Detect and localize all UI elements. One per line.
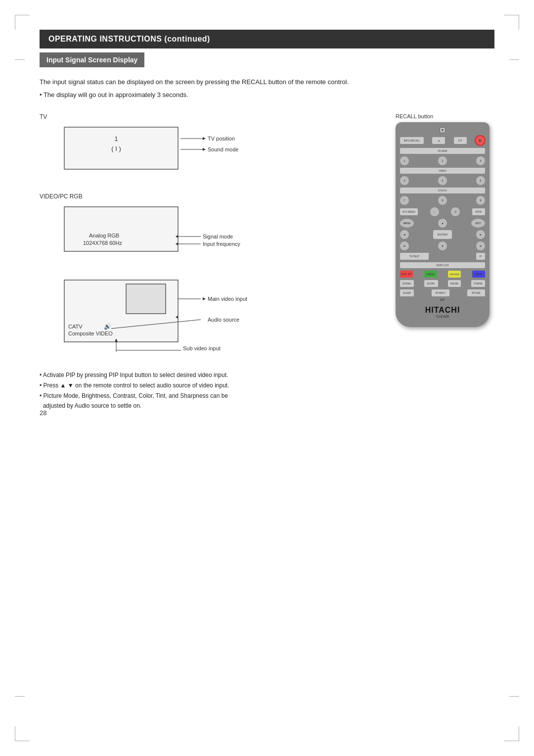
btn-4[interactable]: 4 (400, 176, 409, 186)
bullet-note-2: • Press ▲ ▼ on the remote control to sel… (40, 381, 381, 390)
svg-marker-24 (203, 297, 206, 300)
recall-button-physical[interactable]: ▼ (440, 127, 445, 133)
plus-right-btn[interactable]: ⊕ (476, 241, 486, 251)
corner-mark-br (504, 726, 519, 741)
video-btn[interactable]: VIDEO (400, 167, 486, 174)
side-mark-rb (509, 696, 519, 697)
brand-name: HITACHI (400, 306, 486, 315)
remote-row-nav-bot: ⊕ ▼ ⊕ (400, 241, 486, 251)
section-title-bar: Input Signal Screen Display (40, 52, 144, 67)
svg-marker-7 (203, 148, 206, 151)
remote-row-nav-top: MENU ▲ EXIT (400, 218, 486, 228)
btn-1[interactable]: 1 (400, 156, 409, 166)
right-section: RECALL button ▼ INFO RECALL ✕ 1/T ⏻ PC/A… (396, 113, 494, 327)
remote-row-7: 7 8 9 (400, 195, 486, 205)
svg-text:Main video input: Main video input (208, 296, 247, 302)
remote-row-sleep: SLEEP PP INPUT PP SIZE (400, 289, 486, 297)
btn-3[interactable]: 3 (476, 156, 486, 166)
pp-input-btn[interactable]: PP INPUT (431, 289, 450, 297)
minus-btn[interactable]: − (430, 207, 440, 217)
pp-label: PP (400, 298, 486, 302)
vpc-diagram-svg: Analog RGB 1024X768 60Hz Signal mode Inp… (40, 202, 277, 259)
zoom-plus-btn[interactable]: ZOOM+ (400, 280, 414, 287)
svg-text:CATV: CATV (68, 324, 83, 330)
right-btn[interactable]: ► (476, 230, 486, 239)
side-mark-rt (509, 59, 519, 60)
svg-text:Composite VIDEO: Composite VIDEO (68, 331, 113, 336)
remote-row-2: PC/ADB (400, 147, 486, 154)
svg-text:Sub video input: Sub video input (183, 345, 221, 351)
plus-left-btn[interactable]: ⊕ (400, 241, 409, 251)
remote-row-5: 4 5 6 (400, 176, 486, 186)
down-btn[interactable]: ▼ (438, 241, 447, 251)
p-btn[interactable]: P (476, 252, 486, 260)
side-mark-lt (15, 59, 25, 60)
remote-row-3: 1 2 3 (400, 156, 486, 166)
power-btn[interactable]: ⏻ (475, 135, 486, 146)
svg-text:TV position: TV position (208, 136, 235, 142)
section-title: Input Signal Screen Display (46, 56, 137, 64)
recall-button-label: RECALL button (396, 113, 433, 119)
btn-2[interactable]: 2 (438, 156, 447, 166)
remote-control: ▼ INFO RECALL ✕ 1/T ⏻ PC/ADB 1 2 3 (396, 122, 490, 327)
tvtext-btn[interactable]: TV/TEXT (400, 252, 429, 260)
corner-mark-tr (504, 15, 519, 30)
svg-marker-4 (203, 137, 206, 140)
remote-row-1: INFO RECALL ✕ 1/T ⏻ (400, 135, 486, 146)
intro-main: The input signal status can be displayed… (40, 77, 494, 87)
header-bar: OPERATING INSTRUCTIONS (continued) (40, 30, 494, 48)
cancel-btn[interactable]: CANCEL (424, 270, 438, 278)
remote-row-nav-mid: ◄ ENTER ► (400, 230, 486, 239)
zoom-minus-btn[interactable]: ZOOM- (424, 280, 439, 287)
pip-diagram-svg: CATV 🔊 Composite VIDEO Main video input … (40, 275, 277, 354)
left-section: TV 1 ( I ) TV position Sound mode (40, 113, 381, 412)
vpc-diagram-section: VIDEO/PC RGB Analog RGB 1024X768 60Hz Si… (40, 193, 381, 260)
btn-9[interactable]: 9 (476, 195, 486, 205)
mix-btn[interactable]: MIX/M (472, 270, 486, 278)
remote-row-zoom: ZOOM+ ZOOM- PAUSE P MORE (400, 280, 486, 287)
svg-text:Signal mode: Signal mode (203, 234, 233, 239)
btn-0[interactable]: 0 (450, 207, 460, 217)
remote-row-8: DTV MENU − 0 RTR (400, 207, 486, 217)
up-btn[interactable]: ▲ (438, 218, 447, 228)
sort-set-btn[interactable]: SORT SET (400, 270, 413, 278)
svg-text:Analog RGB: Analog RGB (89, 233, 119, 238)
bullet-note-1: • Activate PIP by pressing PIP Input but… (40, 371, 381, 380)
sleep-btn[interactable]: SLEEP (400, 289, 414, 297)
svg-text:Audio source: Audio source (208, 317, 239, 323)
left-btn[interactable]: ◄ (400, 230, 409, 239)
pause-btn[interactable]: PAUSE (447, 280, 461, 287)
svg-text:Input frequency: Input frequency (203, 241, 240, 247)
sort-list-btn[interactable]: SORT LIST (400, 262, 486, 269)
btn-5[interactable]: 5 (438, 176, 447, 186)
svg-text:1: 1 (114, 135, 118, 142)
intro-note: • The display will go out in approximate… (40, 90, 494, 100)
info-recall-btn[interactable]: INFO RECALL (400, 137, 424, 144)
sub-page-btn[interactable]: SUB PAGE (447, 270, 461, 278)
exit-btn[interactable]: EXIT (471, 218, 486, 228)
pcadb-btn[interactable]: PC/ADB (400, 147, 486, 154)
corner-mark-tl (15, 15, 30, 30)
pp-size-btn[interactable]: PP SIZE (467, 289, 486, 297)
svg-text:1024X768  60Hz: 1024X768 60Hz (83, 240, 122, 246)
p-more-btn[interactable]: P MORE (471, 280, 486, 287)
bullet-notes: • Activate PIP by pressing PIP Input but… (40, 371, 381, 411)
svg-text:Sound mode: Sound mode (208, 146, 238, 152)
dtv-tv-btn[interactable]: DTV/TV (400, 187, 486, 194)
menu-btn[interactable]: MENU (400, 218, 414, 228)
mute-btn[interactable]: ✕ (432, 137, 445, 144)
enter-btn[interactable]: ENTER (433, 230, 452, 239)
pip-diagram-section: CATV 🔊 Composite VIDEO Main video input … (40, 275, 381, 356)
recall-label: RECALL button (396, 113, 494, 119)
header-title: OPERATING INSTRUCTIONS (continued) (48, 35, 210, 43)
remote-row-4: VIDEO (400, 167, 486, 174)
svg-text:🔊: 🔊 (104, 323, 111, 330)
btn-6[interactable]: 6 (476, 176, 486, 186)
rtr-btn[interactable]: RTR (472, 208, 486, 216)
remote-row-tvtext: TV/TEXT P (400, 252, 486, 260)
btn-8[interactable]: 8 (438, 195, 447, 205)
page-number: 28 (40, 409, 46, 417)
btn-7[interactable]: 7 (400, 195, 409, 205)
dtv-menu-btn[interactable]: DTV MENU (400, 208, 418, 216)
1t-btn[interactable]: 1/T (453, 137, 467, 144)
